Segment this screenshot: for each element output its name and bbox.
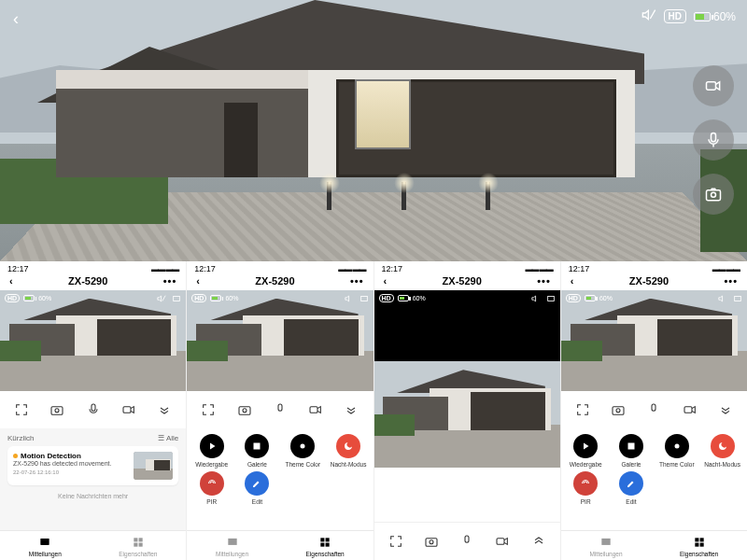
back-icon[interactable]: ‹	[196, 275, 200, 287]
tab-messages[interactable]: Mitteilungen	[29, 536, 62, 557]
svg-rect-33	[735, 297, 741, 301]
svg-rect-17	[239, 407, 250, 415]
hd-badge[interactable]: HD	[664, 9, 686, 23]
mic-icon[interactable]	[269, 399, 291, 421]
mic-icon[interactable]	[456, 530, 478, 553]
playback-button[interactable]: Wiedergabe	[190, 434, 233, 468]
svg-rect-15	[138, 543, 142, 547]
snapshot-button[interactable]	[693, 174, 734, 215]
svg-rect-36	[652, 404, 655, 411]
svg-rect-28	[547, 297, 554, 301]
camera-feed[interactable]: HD60%	[0, 290, 186, 391]
camera-feed-zoom[interactable]: HD60%	[374, 290, 560, 468]
status-icons: ▬▬ ▬▬	[151, 265, 178, 273]
mute-icon[interactable]	[718, 294, 727, 303]
svg-rect-26	[320, 543, 324, 547]
tab-properties[interactable]: Eigenschaften	[119, 536, 157, 557]
recent-label: Kürzlich	[7, 434, 34, 442]
mic-icon[interactable]	[642, 399, 665, 421]
svg-rect-7	[51, 407, 63, 415]
svg-rect-32	[497, 539, 504, 545]
svg-rect-3	[707, 190, 721, 201]
record-button[interactable]	[693, 65, 734, 106]
expand-icon[interactable]	[153, 399, 176, 421]
edit-button[interactable]: Edit	[236, 471, 278, 505]
fullscreen-icon[interactable]	[172, 294, 181, 303]
svg-rect-31	[465, 536, 469, 542]
fullscreen-icon[interactable]	[546, 294, 556, 303]
svg-rect-21	[254, 443, 261, 450]
svg-rect-2	[712, 133, 716, 142]
svg-rect-11	[41, 539, 49, 545]
tab-properties[interactable]: Eigenschaften	[680, 536, 718, 557]
tab-messages[interactable]: Mitteilungen	[589, 536, 622, 557]
mute-icon[interactable]	[157, 294, 166, 303]
fullscreen-icon[interactable]	[359, 294, 369, 303]
all-link[interactable]: ☰ Alle	[158, 434, 178, 442]
tab-properties[interactable]: Eigenschaften	[306, 536, 345, 557]
record-icon[interactable]	[491, 530, 514, 553]
night-button[interactable]: Nacht-Modus	[701, 434, 743, 468]
night-button[interactable]: Nacht-Modus	[328, 434, 370, 468]
collapse-icon[interactable]	[340, 399, 362, 421]
fullscreen-icon[interactable]	[571, 399, 594, 421]
mic-icon[interactable]	[82, 399, 105, 421]
collapse-icon[interactable]	[714, 399, 737, 421]
mute-icon[interactable]	[641, 7, 656, 25]
record-icon[interactable]	[679, 399, 701, 421]
phone-screen-4: 12:17▬▬ ▬▬ ‹ZX-5290••• HD60% Wiedergabe …	[561, 261, 747, 560]
fullscreen-icon[interactable]	[385, 530, 407, 553]
back-button[interactable]: ‹	[13, 9, 19, 29]
svg-point-4	[712, 192, 716, 197]
theme-button[interactable]: Theme Color	[282, 434, 324, 468]
gallery-button[interactable]: Galerie	[236, 434, 278, 468]
fullscreen-icon[interactable]	[733, 294, 742, 303]
svg-rect-12	[134, 538, 137, 541]
fullscreen-icon[interactable]	[10, 399, 33, 421]
snapshot-icon[interactable]	[233, 399, 256, 421]
phone-screen-3: 12:17▬▬ ▬▬ ‹ZX-5290••• HD60%	[374, 261, 561, 560]
device-title: ZX-5290	[68, 275, 107, 287]
more-icon[interactable]: •••	[350, 275, 364, 287]
pir-button[interactable]: PIR	[190, 471, 233, 505]
status-time: 12:17	[7, 264, 29, 273]
collapse-icon[interactable]	[528, 530, 550, 553]
more-icon[interactable]: •••	[724, 275, 738, 287]
more-icon[interactable]: •••	[537, 275, 551, 287]
svg-rect-6	[174, 297, 180, 301]
back-icon[interactable]: ‹	[384, 275, 388, 287]
snapshot-icon[interactable]	[46, 399, 68, 421]
record-icon[interactable]	[118, 399, 140, 421]
gallery-button[interactable]: Galerie	[611, 434, 653, 468]
live-feed-hero: ‹ HD 60%	[0, 0, 747, 261]
mute-icon[interactable]	[531, 294, 541, 303]
more-icon[interactable]: •••	[163, 275, 177, 287]
svg-rect-34	[613, 407, 624, 415]
edit-button[interactable]: Edit	[611, 471, 653, 505]
svg-point-30	[430, 540, 433, 544]
svg-rect-1	[707, 82, 716, 90]
svg-rect-37	[684, 407, 692, 413]
talk-button[interactable]	[693, 119, 734, 161]
snapshot-icon[interactable]	[420, 530, 443, 553]
mute-icon[interactable]	[345, 294, 354, 303]
svg-point-35	[616, 409, 620, 413]
record-icon[interactable]	[304, 399, 327, 421]
fullscreen-icon[interactable]	[197, 399, 219, 421]
tab-messages[interactable]: Mitteilungen	[216, 536, 248, 557]
battery-indicator: 60%	[694, 10, 736, 23]
camera-feed[interactable]: HD60%	[187, 290, 373, 391]
pir-button[interactable]: PIR	[565, 471, 607, 505]
theme-button[interactable]: Theme Color	[655, 434, 698, 468]
snapshot-icon[interactable]	[607, 399, 629, 421]
motion-card[interactable]: Motion Detection ZX-5290 has detected mo…	[7, 446, 178, 485]
back-icon[interactable]: ‹	[9, 275, 13, 287]
svg-rect-19	[278, 404, 282, 411]
svg-rect-9	[92, 404, 95, 411]
svg-rect-41	[695, 538, 698, 541]
svg-rect-38	[627, 443, 634, 450]
playback-button[interactable]: Wiedergabe	[565, 434, 607, 468]
camera-feed[interactable]: HD60%	[561, 290, 747, 391]
svg-rect-42	[699, 538, 703, 541]
back-icon[interactable]: ‹	[571, 275, 574, 287]
